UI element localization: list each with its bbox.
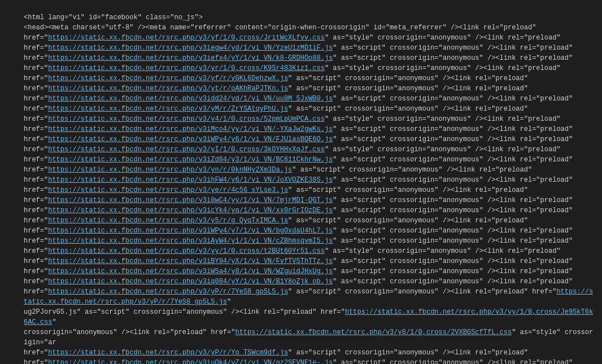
line-number (6, 124, 24, 134)
source-link[interactable]: https://static.xx.fbcdn.net/rsrc.php/v3/… (48, 105, 288, 113)
line-content: href="https://static.xx.fbcdn.net/rsrc.p… (24, 236, 596, 246)
source-link[interactable]: https://static.xx.fbcdn.net/rsrc.php/v3i… (48, 176, 333, 184)
source-link[interactable]: https://static.xx.fbcdn.net/rsrc.php/v3/… (48, 115, 325, 123)
source-text: <head><meta charset="utf-8" /><meta name… (24, 24, 536, 32)
source-text: href=" (24, 156, 48, 164)
source-text: " as="script" crossorigin="anonymous" />… (333, 125, 573, 133)
source-link[interactable]: https://static.xx.fbcdn.net/rsrc.php/v3i… (48, 196, 333, 204)
source-text: crossorigin="anonymous" /><link rel="pre… (24, 328, 235, 336)
source-text: " as="script" crossorigin="anonymous" />… (333, 227, 573, 235)
source-text: " as="script" crossorigin="anonymous" />… (333, 257, 573, 265)
source-link[interactable]: https://static.xx.fbcdn.net/rsrc.php/v3i… (48, 227, 333, 235)
source-link[interactable]: https://static.xx.fbcdn.net/rsrc.php/v3/… (48, 217, 288, 225)
line-content: href="https://static.xx.fbcdn.net/rsrc.p… (24, 195, 596, 205)
source-link[interactable]: https://static.xx.fbcdn.net/rsrc.php/v3/… (48, 85, 288, 93)
source-link[interactable]: https://static.xx.fbcdn.net/rsrc.php/v3/… (48, 288, 288, 296)
line-content: href="https://static.xx.fbcdn.net/rsrc.p… (24, 104, 596, 114)
line-content: ug2PJorvG5.js" as="script" crossorigin="… (24, 307, 596, 327)
source-link[interactable]: https://static.xx.fbcdn.net/rsrc.php/v3i… (48, 237, 333, 245)
code-viewer: <html lang="vi" id="facebook" class="no_… (0, 0, 602, 364)
source-text: " as="script" crossorigin="anonymous" />… (292, 166, 532, 174)
source-text: href=" (24, 267, 48, 275)
line-number (6, 226, 24, 236)
source-link[interactable]: https://static.xx.fbcdn.net/rsrc.php/v3/… (48, 166, 292, 174)
line-content: href="https://static.xx.fbcdn.net/rsrc.p… (24, 155, 596, 165)
source-link[interactable]: https://static.xx.fbcdn.net/rsrc.php/v3i… (48, 125, 333, 133)
code-line: href="https://static.xx.fbcdn.net/rsrc.p… (5, 216, 597, 226)
source-text: " as="script" crossorigin="anonymous" />… (333, 359, 573, 364)
source-text: " as="script" crossorigin="anonymous" />… (288, 288, 556, 296)
line-number (6, 114, 24, 124)
source-link[interactable]: https://static.xx.fbcdn.net/rsrc.php/v3i… (48, 207, 333, 214)
source-text: " as="style" crossorigin="anonymous" /><… (325, 146, 561, 154)
line-number (6, 236, 24, 246)
line-content: href="https://static.xx.fbcdn.net/rsrc.p… (24, 266, 596, 277)
source-link[interactable]: https://static.xx.fbcdn.net/rsrc.php/v3/… (235, 328, 512, 336)
line-content: href="https://static.xx.fbcdn.net/rsrc.p… (24, 348, 596, 358)
source-text: " as="script" crossorigin="anonymous" />… (333, 156, 573, 164)
source-text: href=" (24, 186, 48, 194)
code-line: href="https://static.xx.fbcdn.net/rsrc.p… (5, 73, 597, 84)
source-text: " as="script" crossorigin="anonymous" />… (77, 308, 345, 316)
code-line: href="https://static.xx.fbcdn.net/rsrc.p… (5, 53, 597, 63)
line-content: href="https://static.xx.fbcdn.net/rsrc.p… (24, 226, 596, 236)
source-link[interactable]: https://static.xx.fbcdn.net/rsrc.php/v3/… (48, 349, 288, 357)
code-line: href="https://static.xx.fbcdn.net/rsrc.p… (5, 63, 597, 73)
source-link[interactable]: https://static.xx.fbcdn.net/rsrc.php/v3/… (48, 74, 288, 82)
line-content: href="https://static.xx.fbcdn.net/rsrc.p… (24, 144, 596, 155)
source-link[interactable]: https://static.xx.fbcdn.net/rsrc.php/v3i… (48, 267, 333, 275)
source-link[interactable]: https://static.xx.fbcdn.net/rsrc.php/v3i… (48, 54, 333, 62)
source-text: " as="script" crossorigin="anonymous" />… (333, 176, 573, 184)
line-number (6, 84, 24, 94)
line-content: <head><meta charset="utf-8" /><meta name… (24, 23, 596, 33)
code-line: href="https://static.xx.fbcdn.net/rsrc.p… (5, 277, 597, 287)
source-link[interactable]: https://static.xx.fbcdn.net/rsrc.php/v3i… (48, 278, 333, 286)
source-link[interactable]: https://static.xx.fbcdn.net/rsrc.php/v3i… (48, 95, 333, 103)
line-content: href="https://static.xx.fbcdn.net/rsrc.p… (24, 33, 596, 43)
code-line: href="https://static.xx.fbcdn.net/rsrc.p… (5, 246, 597, 256)
source-text: " (227, 298, 231, 306)
code-line: href="https://static.xx.fbcdn.net/rsrc.p… (5, 124, 597, 134)
source-link[interactable]: https://static.xx.fbcdn.net/rsrc.php/v3i… (48, 156, 333, 164)
source-link[interactable]: https://static.xx.fbcdn.net/rsrc.php/v3/… (48, 64, 325, 72)
source-text: href=" (24, 227, 48, 235)
code-line: href="https://static.xx.fbcdn.net/rsrc.p… (5, 236, 597, 246)
code-line: crossorigin="anonymous" /><link rel="pre… (5, 327, 597, 348)
line-number (6, 94, 24, 104)
code-line: href="https://static.xx.fbcdn.net/rsrc.p… (5, 43, 597, 53)
line-number (6, 205, 24, 216)
source-text: href=" (24, 288, 48, 296)
source-text: href=" (24, 217, 48, 225)
source-text: href=" (24, 64, 48, 72)
code-line: href="https://static.xx.fbcdn.net/rsrc.p… (5, 185, 597, 195)
source-text: href=" (24, 115, 48, 123)
source-link[interactable]: https://static.xx.fbcdn.net/rsrc.php/v3i… (48, 135, 333, 143)
source-link[interactable]: https://static.xx.fbcdn.net/rsrc.php/v3/… (48, 186, 288, 194)
line-number (6, 327, 24, 348)
code-line: href="https://static.xx.fbcdn.net/rsrc.p… (5, 155, 597, 165)
source-text: <html lang="vi" id="facebook" class="no_… (24, 14, 203, 21)
line-number (6, 307, 24, 327)
source-link[interactable]: https://static.xx.fbcdn.net/rsrc.php/v3/… (48, 34, 325, 42)
source-link[interactable]: https://static.xx.fbcdn.net/rsrc.php/v3/… (48, 146, 325, 154)
line-content: <html lang="vi" id="facebook" class="no_… (24, 12, 596, 23)
source-text: " as="script" crossorigin="anonymous" />… (333, 95, 573, 103)
line-content: href="https://static.xx.fbcdn.net/rsrc.p… (24, 185, 596, 195)
source-text: " as="script" crossorigin="anonymous" />… (333, 135, 573, 143)
source-link[interactable]: https://static.xx.fbcdn.net/rsrc.php/v3i… (48, 257, 333, 265)
source-link[interactable]: https://static.xx.fbcdn.net/rsrc.php/v3/… (48, 247, 325, 255)
source-text: href=" (24, 44, 48, 52)
source-text: href=" (24, 74, 48, 82)
source-link[interactable]: https://static.xx.fbcdn.net/rsrc.php/v3i… (48, 359, 333, 364)
line-number (6, 266, 24, 277)
line-content: href="https://static.xx.fbcdn.net/rsrc.p… (24, 53, 596, 63)
code-line: href="https://static.xx.fbcdn.net/rsrc.p… (5, 84, 597, 94)
line-number (6, 348, 24, 358)
source-text: " as="style" crossorigin="anonymous" /><… (325, 247, 561, 255)
code-line: href="https://static.xx.fbcdn.net/rsrc.p… (5, 195, 597, 205)
source-text: href=" (24, 95, 48, 103)
source-text: " as="script" crossorigin="anonymous" />… (333, 196, 573, 204)
source-link[interactable]: https://static.xx.fbcdn.net/rsrc.php/v3i… (48, 44, 333, 52)
source-text: href=" (24, 196, 48, 204)
line-number (6, 256, 24, 266)
